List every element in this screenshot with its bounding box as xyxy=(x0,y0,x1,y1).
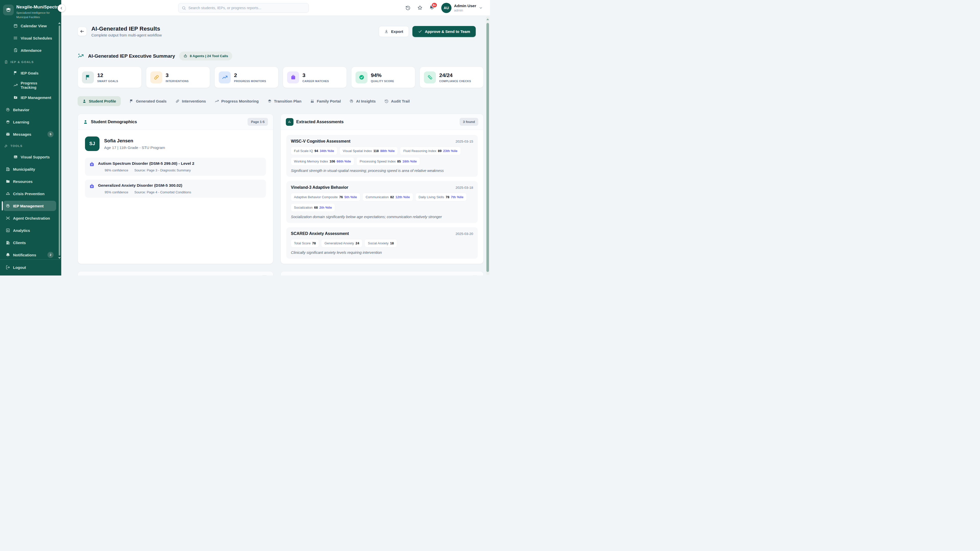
assessment-name: SCARED Anxiety Assessment xyxy=(291,231,349,236)
sidebar-item-iep-management[interactable]: IEP Management xyxy=(3,201,56,211)
chart-box-icon xyxy=(6,228,10,233)
sidebar-item-iep-management[interactable]: IEP Management xyxy=(3,92,56,103)
folder-icon xyxy=(6,179,10,184)
person-icon xyxy=(82,99,86,103)
search-icon xyxy=(182,6,186,10)
card-identified-strengths: Identified Strengths6 xyxy=(78,271,273,275)
app-root: Nexgile-MuniSpectra Specialized Intellig… xyxy=(0,0,490,275)
diagnosis-title: Autism Spectrum Disorder (DSM-5 299.00) … xyxy=(98,161,194,166)
assessment-note: Clinically significant anxiety levels re… xyxy=(291,251,473,254)
sidebar-item-progress-tracking[interactable]: Progress Tracking xyxy=(3,80,56,90)
sidebar-item-label: IEP Management xyxy=(13,204,44,208)
diagnosis-confidence: 98% confidence xyxy=(105,168,128,172)
tab-progress-monitoring[interactable]: Progress Monitoring xyxy=(215,99,259,103)
sidebar-item-label: Analytics xyxy=(13,228,30,233)
tab-interventions[interactable]: Interventions xyxy=(175,99,206,103)
list-icon xyxy=(13,36,18,40)
sidebar-item-behavior[interactable]: Behavior xyxy=(3,105,56,115)
sidebar-nav: Calendar ViewVisual SchedulesAttendanceI… xyxy=(0,24,61,259)
sidebar-item-notifications[interactable]: Notifications2 xyxy=(3,250,56,259)
logout-icon xyxy=(6,265,10,270)
tab-audit-trail[interactable]: Audit Trail xyxy=(384,99,410,103)
scroll-up-arrow[interactable] xyxy=(487,18,489,20)
star-icon[interactable] xyxy=(417,5,423,11)
assessment-note: Significant strength in visual-spatial r… xyxy=(291,168,473,173)
sidebar-item-messages[interactable]: Messages5 xyxy=(3,129,56,139)
diagnoses-list: Autism Spectrum Disorder (DSM-5 299.00) … xyxy=(85,158,266,198)
tab-label: Audit Trail xyxy=(391,99,410,103)
sidebar-item-municipality[interactable]: Municipality xyxy=(3,164,56,174)
assessment-note: Socialization domain significantly below… xyxy=(291,215,473,219)
score-chip: Working Memory Index10666th %ile xyxy=(291,157,354,165)
page-scroll-thumb[interactable] xyxy=(487,23,489,272)
search-input[interactable] xyxy=(188,6,305,10)
sidebar-item-resources[interactable]: Resources xyxy=(3,176,56,186)
sidebar-item-visual-schedules[interactable]: Visual Schedules xyxy=(3,33,56,43)
page-scrollbar[interactable] xyxy=(486,16,490,275)
export-button[interactable]: Export xyxy=(379,26,409,37)
briefcase-icon xyxy=(290,74,296,80)
diagnosis-source: Source: Page 4 - Comorbid Conditions xyxy=(135,190,191,194)
sidebar-item-visual-supports[interactable]: Visual Supports xyxy=(3,152,56,162)
approve-button[interactable]: Approve & Send to Team xyxy=(412,26,476,37)
student-row: SJ Sofia Jensen Age 17 | 11th Grade - ST… xyxy=(85,137,266,151)
sidebar-item-label: Clients xyxy=(13,241,26,245)
person-icon xyxy=(83,119,88,124)
page-range-badge: Page 1-5 xyxy=(248,118,268,126)
sidebar-item-label: Municipality xyxy=(13,167,35,171)
tab-family-portal[interactable]: Family Portal xyxy=(310,99,341,103)
sidebar-item-agent-orchestration[interactable]: Agent Orchestration xyxy=(3,213,56,223)
sidebar-item-iep-goals[interactable]: IEP Goals xyxy=(3,68,56,78)
flag-icon xyxy=(129,99,134,103)
stat-label: INTERVENTIONS xyxy=(165,79,189,83)
back-button[interactable] xyxy=(78,27,87,36)
summary-title: AI-Generated IEP Executive Summary xyxy=(88,53,175,59)
sidebar-scroll-thumb[interactable] xyxy=(59,25,60,256)
tab-student-profile[interactable]: Student Profile xyxy=(78,96,121,106)
assessments-card-header: Extracted Assessments 3 found xyxy=(281,114,484,130)
brand-tagline: Specialized Intelligence for Municipal F… xyxy=(16,11,60,19)
score-chip: Socialization682th %ile xyxy=(291,203,335,211)
search-box xyxy=(178,3,309,13)
sidebar-section-tools: TOOLS xyxy=(3,141,56,151)
sidebar-collapse-button[interactable] xyxy=(58,4,65,12)
history-icon[interactable] xyxy=(405,5,410,11)
student-avatar: SJ xyxy=(85,137,100,151)
found-badge: 3 found xyxy=(460,118,478,126)
sidebar-item-label: Crisis Prevention xyxy=(13,192,45,196)
stat-card-progress-monitors: 2PROGRESS MONITORS xyxy=(215,67,278,88)
user-menu[interactable]: AU Admin User admin xyxy=(441,3,483,13)
page-content: AI-Generated IEP Results Complete output… xyxy=(61,16,490,275)
sparkle-trend-icon xyxy=(78,53,84,59)
tab-transition-plan[interactable]: Transition Plan xyxy=(267,99,302,103)
extracted-assessments-card: Extracted Assessments 3 found WISC-V Cog… xyxy=(280,114,484,264)
demographics-card-header: Student Demographics Page 1-5 xyxy=(78,114,273,130)
score-chip: Full Scale IQ9434th %ile xyxy=(291,147,337,155)
notifications-bell[interactable]: 9+ xyxy=(429,5,434,11)
grad-cap-icon xyxy=(6,120,10,124)
score-chip: Daily Living Skills787th %ile xyxy=(415,193,466,201)
student-name: Sofia Jensen xyxy=(104,138,165,144)
building2-icon xyxy=(6,240,10,245)
trend-icon xyxy=(215,99,219,103)
wrench-icon xyxy=(4,144,8,148)
sidebar-item-clients[interactable]: Clients xyxy=(3,238,56,248)
stat-value: 12 xyxy=(97,72,118,78)
page-header: AI-Generated IEP Results Complete output… xyxy=(78,25,484,37)
stat-card-career-matches: 3CAREER MATCHES xyxy=(283,67,347,88)
sidebar-item-attendance[interactable]: Attendance xyxy=(3,45,56,56)
sidebar-scrollbar[interactable] xyxy=(59,25,60,256)
diagnosis-source: Source: Page 3 - Diagnostic Summary xyxy=(135,168,191,172)
sidebar-item-learning[interactable]: Learning xyxy=(3,117,56,127)
sidebar-item-calendar-view[interactable]: Calendar View xyxy=(3,24,56,31)
diagnosis-row: Generalized Anxiety Disorder (DSM-5 300.… xyxy=(85,179,266,198)
tab-generated-goals[interactable]: Generated Goals xyxy=(129,99,167,103)
sidebar-footer: Logout xyxy=(0,259,61,275)
sidebar-item-analytics[interactable]: Analytics xyxy=(3,225,56,235)
score-chip: Total Score78 xyxy=(291,239,319,247)
tab-ai-insights[interactable]: AI Insights xyxy=(349,99,375,103)
check-icon xyxy=(418,29,422,33)
sidebar-item-crisis-prevention[interactable]: Crisis Prevention xyxy=(3,189,56,199)
sidebar-item-label: Learning xyxy=(13,120,29,124)
sidebar-item-logout[interactable]: Logout xyxy=(3,262,58,272)
